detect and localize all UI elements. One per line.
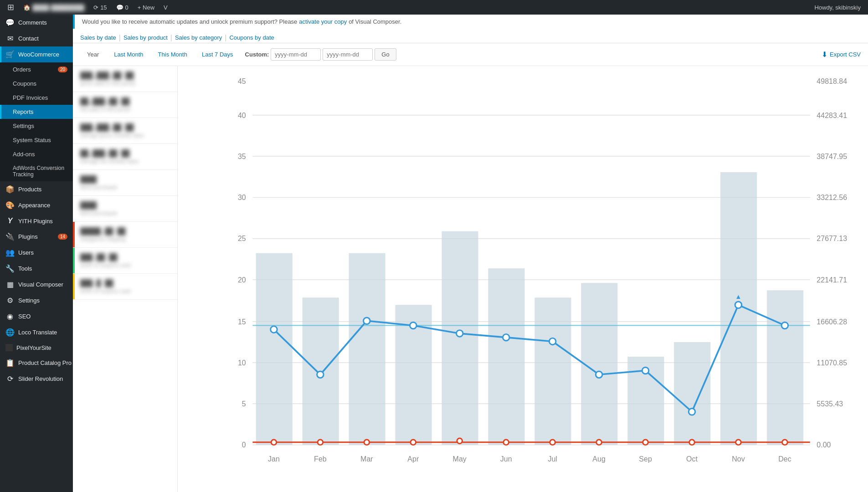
sidebar-item-contact[interactable]: ✉ Contact (0, 31, 73, 46)
nav-coupons-by-date[interactable]: Coupons by date (229, 32, 274, 43)
comments-icon: 💬 (5, 18, 15, 27)
date-end-input[interactable] (323, 48, 373, 61)
updates-item[interactable]: ⟳ 15 (90, 0, 110, 15)
sidebar-item-slider-revolution[interactable]: ⟳ Slider Revolution (0, 371, 73, 387)
sidebar-item-label: Tools (18, 265, 67, 272)
chart-area: 0 5 10 15 20 25 30 35 40 45 0.00 5535.43… (178, 66, 868, 492)
wp-logo-item[interactable]: ⊞ (4, 0, 18, 15)
notice-link[interactable]: activate your copy (299, 18, 347, 25)
sidebar-item-label: Slider Revolution (18, 375, 67, 382)
sidebar-item-orders[interactable]: Orders 20 (0, 62, 73, 77)
bar-oct (674, 342, 710, 445)
point-oct (688, 409, 695, 415)
sidebar-item-settings2[interactable]: ⚙ Settings (0, 292, 73, 308)
go-button[interactable]: Go (375, 48, 396, 61)
stat-shipping-label: charged for shipping (80, 236, 170, 242)
woocommerce-submenu: Orders 20 Coupons PDF Invoices Reports S… (0, 62, 73, 181)
month-label-aug: Aug (592, 455, 606, 463)
wp-logo-icon: ⊞ (7, 2, 14, 12)
sidebar-item-tools[interactable]: 🔧 Tools (0, 261, 73, 277)
svg-text:15: 15 (238, 318, 246, 326)
svg-text:45: 45 (238, 77, 246, 85)
point-aug (596, 371, 602, 378)
svg-text:11070.85: 11070.85 (817, 359, 847, 367)
bar-mar (349, 253, 385, 445)
bar-may (442, 231, 478, 445)
catalog-icon: 📋 (5, 359, 15, 367)
sidebar-item-system-status[interactable]: System Status (0, 133, 73, 147)
stat-items2-label: items purchased (80, 210, 170, 216)
comments-item[interactable]: 💬 0 (113, 0, 132, 15)
yith-icon: Y (5, 217, 15, 225)
svg-text:38747.95: 38747.95 (817, 152, 847, 160)
admin-bar: ⊞ 🏠 ████ ████████ ⟳ 15 💬 0 + New V Howdy… (0, 0, 868, 15)
svg-text:40: 40 (238, 111, 246, 119)
sidebar-item-label: Users (18, 249, 67, 256)
svg-text:16606.28: 16606.28 (817, 318, 847, 326)
nav-sales-by-product[interactable]: Sales by product (123, 32, 168, 43)
new-item[interactable]: + New (134, 0, 158, 15)
appearance-icon: 🎨 (5, 201, 15, 210)
bar-aug (581, 283, 617, 445)
stat-coupons2-label: worth of coupons used (80, 288, 170, 294)
sidebar-item-reports[interactable]: Reports (0, 105, 73, 119)
point-mar (364, 318, 370, 324)
updates-icon: ⟳ (93, 4, 98, 11)
stat-coupons1-label: worth of coupons used (80, 262, 170, 268)
sidebar-item-woocommerce[interactable]: 🛒 WooCommerce (0, 46, 73, 62)
main-content: Would you like to receive automatic upda… (73, 15, 868, 492)
point-feb (317, 371, 324, 378)
sidebar-item-add-ons[interactable]: Add-ons (0, 147, 73, 161)
sidebar-item-label: Settings (18, 297, 67, 304)
sidebar-item-plugins[interactable]: 🔌 Plugins 14 (0, 229, 73, 245)
stat-item-coupons2: ███.█ ██ worth of coupons used (73, 274, 177, 300)
tab-this-month[interactable]: This Month (152, 48, 194, 61)
date-start-input[interactable] (271, 48, 321, 61)
point-jun (503, 334, 509, 341)
sidebar-item-comments[interactable]: 💬 Comments (0, 15, 73, 31)
stat-item-items2: ████ items purchased (73, 196, 177, 222)
sidebar-item-settings[interactable]: Settings (0, 119, 73, 133)
sidebar-item-seo[interactable]: ◉ SEO (0, 308, 73, 324)
zero-point-apr (411, 440, 416, 445)
site-name: ████ ████████ (32, 4, 84, 11)
stat-item-gross-sales: ███,███.██ ██ gross sales in this period (73, 66, 177, 92)
sidebar-item-coupons[interactable]: Coupons (0, 77, 73, 91)
stats-sidebar: ███,███.██ ██ gross sales in this period… (73, 66, 178, 492)
zero-point-mar (364, 440, 370, 445)
sidebar-item-yith[interactable]: Y YITH Plugins (0, 213, 73, 229)
sidebar-item-appearance[interactable]: 🎨 Appearance (0, 197, 73, 213)
svg-text:5535.43: 5535.43 (817, 400, 843, 408)
tab-last-7-days[interactable]: Last 7 Days (195, 48, 240, 61)
sidebar-item-label: Contact (18, 35, 67, 42)
visual-composer-item[interactable]: V (160, 0, 171, 15)
notice-bar: Would you like to receive automatic upda… (73, 15, 868, 29)
sidebar-item-pixelyoursite[interactable]: PixelYourSite (0, 340, 73, 355)
svg-text:33212.56: 33212.56 (817, 193, 847, 201)
sidebar-item-products[interactable]: 📦 Products (0, 181, 73, 197)
tab-year[interactable]: Year (80, 48, 106, 61)
layout: 💬 Comments ✉ Contact 🛒 WooCommerce Order… (0, 15, 868, 492)
stat-item-avg-gross: ███,███.██ ██ average gross monthly sale… (73, 118, 177, 144)
sidebar-item-pdf-invoices[interactable]: PDF Invoices (0, 91, 73, 105)
zero-point-feb (318, 440, 323, 445)
nav-sales-by-date[interactable]: Sales by date (80, 32, 116, 43)
sidebar-item-users[interactable]: 👥 Users (0, 245, 73, 261)
sidebar-item-label: Add-ons (13, 151, 67, 158)
svg-text:30: 30 (238, 193, 246, 201)
tab-last-month[interactable]: Last Month (108, 48, 149, 61)
zero-point-jan (271, 440, 277, 445)
svg-text:35: 35 (238, 152, 246, 160)
sidebar-item-loco-translate[interactable]: 🌐 Loco Translate (0, 324, 73, 340)
site-name-item[interactable]: 🏠 ████ ████████ (20, 0, 88, 15)
sidebar-item-adwords[interactable]: AdWords Conversion Tracking (0, 161, 73, 181)
export-csv-link[interactable]: ⬇ Export CSV (822, 50, 861, 59)
bar-dec (767, 290, 803, 445)
nav-sales-by-category[interactable]: Sales by category (175, 32, 222, 43)
sidebar-item-visual-composer[interactable]: ▦ Visual Composer (0, 277, 73, 292)
date-tabs: Year Last Month This Month Last 7 Days C… (73, 43, 868, 66)
month-label-sep: Sep (639, 455, 652, 463)
notice-text: Would you like to receive automatic upda… (82, 18, 297, 25)
sidebar-item-product-catalog-pro[interactable]: 📋 Product Catalog Pro (0, 355, 73, 371)
visual-composer-icon: ▦ (5, 280, 15, 289)
